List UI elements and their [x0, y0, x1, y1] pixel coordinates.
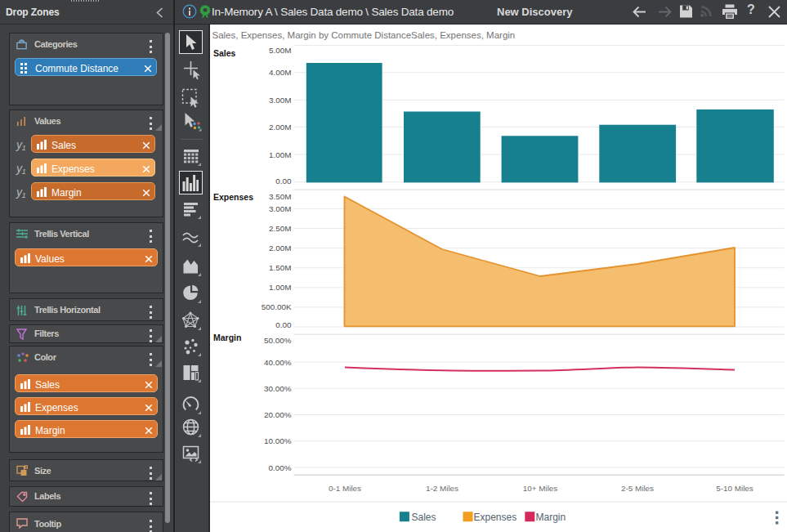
svg-text:500.00K: 500.00K	[262, 302, 292, 311]
svg-text:2.50M: 2.50M	[269, 224, 291, 233]
svg-text:Sales: Sales	[412, 512, 436, 523]
svg-text:0.00%: 0.00%	[268, 463, 291, 472]
svg-text:30.00%: 30.00%	[264, 384, 292, 393]
svg-text:0-1 Miles: 0-1 Miles	[329, 484, 361, 493]
svg-text:Sales: Sales	[213, 48, 236, 58]
svg-text:3.00M: 3.00M	[269, 204, 291, 213]
svg-text:1.00M: 1.00M	[269, 283, 291, 292]
svg-text:20.00%: 20.00%	[264, 410, 292, 419]
svg-text:5.00M: 5.00M	[269, 46, 291, 55]
svg-text:Sales, Expenses, Margin by Com: Sales, Expenses, Margin by Commute Dista…	[212, 30, 516, 40]
svg-text:2.00M: 2.00M	[269, 123, 291, 132]
svg-text:0.00: 0.00	[275, 177, 292, 186]
svg-text:2-5 Miles: 2-5 Miles	[621, 484, 654, 493]
svg-text:50.00%: 50.00%	[264, 336, 292, 345]
svg-text:5-10 Miles: 5-10 Miles	[716, 484, 753, 493]
svg-text:2.00M: 2.00M	[269, 244, 291, 253]
svg-text:1-2 Miles: 1-2 Miles	[426, 484, 458, 493]
svg-text:Margin: Margin	[213, 333, 241, 342]
svg-text:4.00M: 4.00M	[269, 68, 291, 77]
svg-text:10.00%: 10.00%	[264, 436, 292, 445]
svg-text:1.50M: 1.50M	[269, 263, 291, 272]
svg-text:Expenses: Expenses	[213, 192, 253, 202]
svg-text:1.00M: 1.00M	[269, 150, 291, 159]
svg-text:Expenses: Expenses	[474, 512, 517, 523]
svg-text:40.00%: 40.00%	[264, 358, 292, 367]
svg-text:Margin: Margin	[536, 512, 566, 523]
svg-text:3.00M: 3.00M	[269, 96, 291, 105]
svg-text:0.00: 0.00	[275, 320, 292, 329]
svg-text:3.50M: 3.50M	[269, 192, 291, 201]
svg-text:10+ Miles: 10+ Miles	[523, 484, 558, 493]
